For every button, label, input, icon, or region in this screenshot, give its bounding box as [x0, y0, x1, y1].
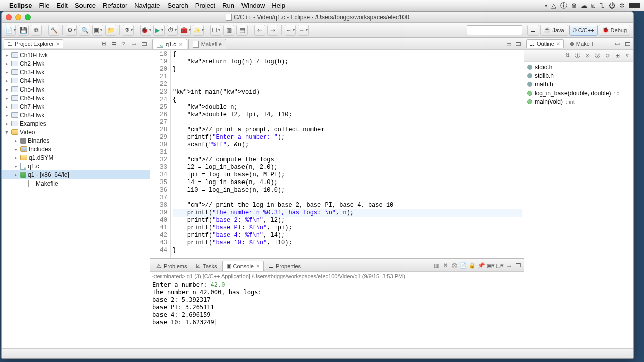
tray-icon[interactable]: ▪	[545, 2, 547, 9]
editor-content[interactable]: { "kw">return log(n) / log(b);} "kw">int…	[171, 50, 524, 258]
tab-console[interactable]: ▣Console✕	[222, 261, 264, 271]
project-examples[interactable]: ▸Examples	[2, 119, 150, 128]
filter-icon[interactable]: ⓕ	[573, 52, 581, 60]
project-ch7-hwk[interactable]: ▸Ch7-Hwk	[2, 102, 150, 111]
menu-source[interactable]: Source	[75, 2, 96, 9]
tray-icon[interactable]: △	[551, 2, 556, 9]
project-ch10-hwk[interactable]: ▸Ch10-Hwk	[2, 51, 150, 59]
tree-binaries[interactable]: ▸Binaries	[2, 136, 150, 145]
tree-makefile[interactable]: Makefile	[2, 179, 150, 188]
project-tree[interactable]: ▸Ch10-Hwk▸Ch2-Hwk▸Ch3-Hwk▸Ch4-Hwk▸Ch5-Hw…	[2, 50, 150, 348]
app-name[interactable]: Eclipse	[9, 2, 32, 9]
tab-properties[interactable]: ☰Properties	[265, 261, 305, 271]
close-icon[interactable]: ✕	[556, 41, 560, 47]
toggle-button[interactable]: ▥	[223, 25, 234, 36]
menu-help[interactable]: Help	[272, 2, 285, 9]
perspective-cpp[interactable]: ©C/C++	[569, 25, 598, 36]
remove-all-icon[interactable]: ⨂	[450, 261, 458, 269]
tab-problems[interactable]: ⚠Problems	[152, 261, 191, 271]
external-tools-button[interactable]: 🧰	[180, 25, 191, 36]
project-ch8-hwk[interactable]: ▸Ch8-Hwk	[2, 111, 150, 119]
tray-icon[interactable]: ☁	[581, 2, 587, 9]
make-targets-tab[interactable]: ⊚Make T	[566, 39, 598, 48]
perspective-java[interactable]: ☕Java	[540, 25, 568, 36]
tray-icon[interactable]: ⏻	[609, 2, 615, 9]
hide-static-icon[interactable]: ⓢ	[593, 52, 601, 60]
maximize-icon[interactable]: 🗖	[514, 261, 522, 269]
menu-edit[interactable]: Edit	[56, 2, 67, 9]
tray-icon[interactable]: ⎚	[591, 2, 595, 9]
open-type-button[interactable]: 🔍	[79, 25, 90, 36]
project-video[interactable]: ▼Video	[2, 128, 150, 136]
outline-tab[interactable]: ☷Outline✕	[526, 39, 564, 48]
menu-window[interactable]: Window	[242, 2, 265, 9]
menu-file[interactable]: File	[39, 2, 50, 9]
outline-item[interactable]: math.h	[525, 80, 632, 88]
maximize-icon[interactable]: 🗖	[623, 40, 631, 48]
new-class-button[interactable]: ▣	[92, 25, 103, 36]
tray-icon[interactable]: ⇅	[599, 2, 605, 9]
minimize-icon[interactable]: ▭	[505, 40, 513, 48]
group-includes-icon[interactable]: ⊞	[613, 52, 621, 60]
close-icon[interactable]: ✕	[179, 42, 183, 47]
minimize-icon[interactable]: ▭	[505, 261, 513, 269]
debug-button[interactable]: 🐞	[140, 25, 151, 36]
view-menu-icon[interactable]: ▿	[623, 52, 631, 60]
open-console-icon[interactable]: ▢▾	[496, 261, 504, 269]
forward-button[interactable]: →	[298, 25, 309, 36]
view-menu-icon[interactable]: ▿	[120, 40, 128, 48]
hide-nonpublic-icon[interactable]: ⊚	[603, 52, 611, 60]
outline-item[interactable]: stdio.h	[525, 63, 632, 71]
tray-battery-icon[interactable]	[629, 3, 640, 8]
minimize-icon[interactable]: ▭	[613, 40, 621, 48]
link-editor-icon[interactable]: ⇆	[110, 40, 118, 48]
menu-refactor[interactable]: Refactor	[103, 2, 127, 9]
open-perspective-button[interactable]: ☰	[527, 25, 539, 36]
menu-search[interactable]: Search	[168, 2, 188, 9]
collapse-all-icon[interactable]: ⊟	[100, 40, 108, 48]
project-ch4-hwk[interactable]: ▸Ch4-Hwk	[2, 76, 150, 85]
sort-icon[interactable]: ⇅	[563, 52, 571, 60]
minimize-icon[interactable]: ▭	[130, 40, 138, 48]
tree-executable[interactable]: ▸q1 - [x86_64/le]	[2, 170, 150, 179]
maximize-icon[interactable]: 🗖	[514, 40, 522, 48]
close-icon[interactable]	[6, 14, 12, 20]
scroll-lock-icon[interactable]: 🔒	[468, 261, 476, 269]
console-btn[interactable]: ▥	[432, 261, 440, 269]
project-ch3-hwk[interactable]: ▸Ch3-Hwk	[2, 68, 150, 76]
menu-navigate[interactable]: Navigate	[134, 2, 160, 9]
minimize-icon[interactable]	[15, 14, 21, 20]
tray-icon[interactable]: ⓘ	[560, 1, 567, 10]
tree-src-file[interactable]: ▸q1.c	[2, 162, 150, 170]
tray-icon[interactable]: ✲	[619, 2, 625, 9]
nav-next-button[interactable]: ⇒	[267, 25, 278, 36]
tray-icon[interactable]: ⋒	[571, 2, 577, 9]
display-console-icon[interactable]: ▣▾	[487, 261, 495, 269]
menu-run[interactable]: Run	[222, 2, 234, 9]
profile-button[interactable]: ⏱	[167, 25, 178, 36]
editor-tab-makefile[interactable]: Makefile	[188, 39, 226, 49]
remove-launch-icon[interactable]: ✖	[441, 261, 449, 269]
tree-dsym[interactable]: ▸q1.dSYM	[2, 153, 150, 162]
pin-console-icon[interactable]: 📌	[477, 261, 486, 269]
project-ch5-hwk[interactable]: ▸Ch5-Hwk	[2, 85, 150, 94]
tab-tasks[interactable]: ☑Tasks	[192, 261, 221, 271]
outline-list[interactable]: stdio.hstdlib.hmath.hlog_in_base(double,…	[524, 62, 633, 348]
console-output[interactable]: <terminated> q1 (3) [C/C++ Application] …	[150, 272, 524, 348]
tree-includes[interactable]: ▸Includes	[2, 145, 150, 153]
clear-console-icon[interactable]: 📄	[459, 261, 467, 269]
new-button[interactable]: 📄	[5, 25, 16, 36]
hide-fields-icon[interactable]: ⊘	[583, 52, 591, 60]
perspective-debug[interactable]: 🐞Debug	[599, 25, 630, 36]
open-task-button[interactable]: ☐	[210, 25, 221, 36]
quick-access-input[interactable]	[467, 25, 522, 35]
nav-prev-button[interactable]: ⇐	[254, 25, 265, 36]
run-button[interactable]: ▶	[153, 25, 165, 36]
toggle2-button[interactable]: ▤	[236, 25, 248, 36]
close-icon[interactable]: ✕	[56, 41, 60, 47]
outline-item[interactable]: log_in_base(double, double): d	[525, 88, 632, 97]
build-config-button[interactable]: ⚙	[66, 25, 77, 36]
launch-button[interactable]: ⚗	[123, 25, 134, 36]
titlebar[interactable]: C/C++ - Video/q1.c - Eclipse - /Users/tb…	[2, 12, 633, 23]
outline-item[interactable]: main(void): int	[525, 97, 632, 106]
